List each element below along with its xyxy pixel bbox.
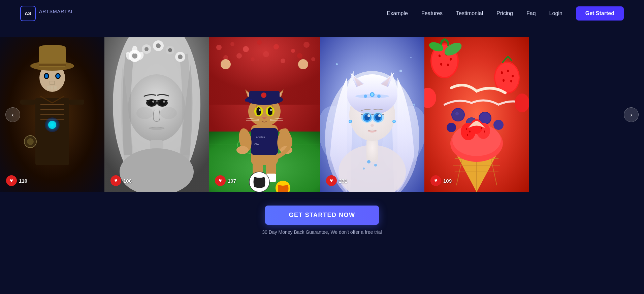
- navbar-links: Example Features Testimonial Pricing Faq…: [387, 6, 624, 21]
- svg-point-153: [447, 64, 449, 66]
- card-2-image: [104, 37, 209, 192]
- svg-point-107: [336, 63, 338, 65]
- svg-point-165: [455, 112, 459, 115]
- logo-text: ARTSMARTAI: [39, 9, 73, 18]
- cta-subtext: 30 Day Money Back Guarantee, We don't of…: [262, 229, 382, 235]
- nav-features[interactable]: Features: [421, 10, 443, 16]
- logo-icon: AS: [20, 6, 36, 21]
- svg-point-31: [144, 47, 149, 51]
- carousel-track: ♥ 110: [0, 37, 644, 192]
- svg-point-187: [481, 127, 482, 129]
- navbar: AS ARTSMARTAI Example Features Testimoni…: [0, 0, 644, 27]
- svg-point-138: [371, 124, 374, 127]
- cta-section: GET STARTED NOW 30 Day Money Back Guaran…: [0, 192, 644, 242]
- card-3-like-count: 107: [228, 178, 236, 184]
- svg-point-190: [515, 94, 529, 112]
- svg-point-145: [363, 168, 365, 170]
- svg-point-48: [160, 107, 177, 119]
- svg-point-53: [216, 45, 222, 50]
- svg-point-15: [45, 74, 48, 78]
- svg-point-188: [484, 131, 485, 133]
- card-5-heart-icon: ♥: [430, 175, 441, 186]
- svg-rect-12: [39, 64, 66, 66]
- svg-point-54: [230, 42, 234, 46]
- svg-rect-19: [54, 86, 57, 89]
- svg-point-184: [466, 128, 467, 130]
- svg-point-58: [291, 49, 295, 53]
- svg-point-161: [503, 79, 505, 82]
- svg-point-57: [273, 44, 279, 49]
- nav-example[interactable]: Example: [387, 10, 408, 16]
- nav-login[interactable]: Login: [549, 10, 562, 16]
- svg-rect-17: [47, 86, 50, 89]
- hero-section: ‹: [0, 27, 644, 242]
- svg-point-128: [364, 95, 367, 98]
- carousel-arrow-right[interactable]: ›: [624, 107, 639, 122]
- carousel-card-2[interactable]: ♥ 108: [104, 37, 209, 192]
- svg-point-7: [48, 121, 56, 129]
- svg-point-37: [178, 54, 183, 59]
- nav-testimonial[interactable]: Testimonial: [456, 10, 483, 16]
- svg-point-171: [447, 123, 456, 132]
- svg-point-157: [495, 63, 519, 93]
- svg-point-170: [493, 120, 504, 130]
- svg-point-35: [168, 48, 172, 52]
- navbar-get-started-button[interactable]: Get Started: [576, 6, 624, 21]
- svg-point-60: [223, 55, 228, 60]
- svg-point-23: [27, 138, 34, 145]
- svg-point-160: [512, 75, 514, 77]
- svg-point-46: [163, 101, 165, 103]
- svg-point-64: [281, 59, 285, 63]
- card-4-heart-icon: ♥: [326, 175, 337, 186]
- svg-rect-18: [51, 86, 53, 89]
- svg-point-66: [311, 57, 315, 61]
- nav-pricing[interactable]: Pricing: [496, 10, 513, 16]
- svg-point-162: [510, 80, 512, 82]
- card-5-like-count: 109: [443, 178, 452, 184]
- svg-rect-83: [245, 99, 252, 102]
- card-4-like-badge: ♥ 231: [326, 175, 347, 186]
- svg-point-144: [374, 164, 377, 167]
- svg-point-61: [236, 53, 242, 59]
- svg-rect-20: [20, 100, 35, 105]
- svg-point-55: [243, 46, 249, 52]
- get-started-now-button[interactable]: GET STARTED NOW: [265, 206, 379, 225]
- card-1-heart-icon: ♥: [6, 175, 17, 186]
- svg-point-112: [413, 104, 415, 106]
- svg-point-11: [39, 45, 66, 50]
- svg-point-142: [393, 120, 395, 122]
- svg-point-40: [132, 46, 137, 54]
- card-1-like-count: 110: [19, 178, 27, 184]
- card-1-like-badge: ♥ 110: [6, 175, 27, 186]
- card-2-like-count: 108: [123, 178, 132, 184]
- nav-faq[interactable]: Faq: [526, 10, 536, 16]
- card-3-image: adidas CIA: [209, 37, 320, 192]
- carousel-card-3[interactable]: adidas CIA: [209, 37, 320, 192]
- svg-point-63: [263, 51, 269, 57]
- svg-point-67: [221, 59, 231, 69]
- svg-point-62: [251, 57, 255, 61]
- svg-point-129: [377, 95, 381, 98]
- svg-rect-118: [366, 138, 378, 162]
- svg-point-87: [259, 109, 261, 111]
- card-3-heart-icon: ♥: [215, 175, 226, 186]
- carousel-arrow-left[interactable]: ‹: [5, 107, 20, 122]
- svg-point-143: [367, 160, 371, 163]
- carousel-wrapper: ‹: [0, 37, 644, 192]
- svg-point-68: [298, 59, 308, 69]
- svg-text:CIA: CIA: [254, 143, 259, 146]
- svg-point-84: [261, 93, 266, 98]
- card-4-image: [320, 37, 424, 192]
- svg-rect-21: [69, 100, 84, 105]
- svg-point-16: [56, 74, 60, 78]
- svg-point-133: [367, 114, 370, 117]
- carousel-card-5[interactable]: ♥ 109: [424, 37, 529, 192]
- card-4-like-count: 231: [339, 178, 347, 184]
- svg-point-186: [467, 134, 468, 136]
- svg-rect-73: [251, 128, 278, 155]
- svg-point-47: [136, 107, 153, 119]
- logo[interactable]: AS ARTSMARTAI: [20, 6, 73, 21]
- svg-point-65: [297, 53, 302, 59]
- svg-point-140: [349, 120, 351, 122]
- carousel-card-4[interactable]: ♥ 231: [320, 37, 424, 192]
